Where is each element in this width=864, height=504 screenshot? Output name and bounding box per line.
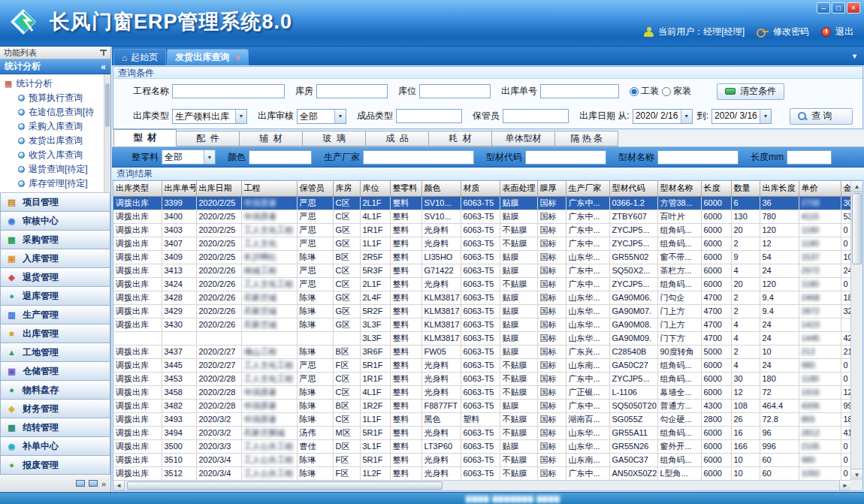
grid-cell[interactable]: 3L1F — [360, 439, 390, 453]
table-row[interactable]: 调拨出库34582020/2/28华润原著陈琳C区4L1F整料光身料6063-T… — [113, 385, 850, 399]
grid-cell[interactable]: 整料 — [390, 466, 421, 480]
grid-cell[interactable]: 整料 — [390, 439, 421, 453]
close-button[interactable]: × — [847, 2, 860, 14]
column-header[interactable]: 型材名称 — [657, 181, 701, 196]
column-header[interactable]: 保管员 — [297, 181, 333, 196]
grid-cell[interactable]: 组角码... — [657, 277, 701, 291]
grid-cell[interactable]: 123 — [841, 385, 850, 399]
grid-cell[interactable]: KLM3817 — [421, 318, 461, 331]
grid-cell[interactable]: 整料 — [390, 372, 421, 385]
out-type-select[interactable]: 生产领料出库 ▼ — [172, 109, 247, 124]
table-row[interactable]: 3L3F整料KLM38176063-T5贴膜国标山东华...GA90M09.门下… — [113, 331, 850, 345]
collapse-icon[interactable]: « — [101, 62, 106, 72]
grid-cell[interactable]: 6 — [731, 196, 760, 210]
project-name-input[interactable] — [172, 84, 285, 98]
grid-cell[interactable]: 6000 — [701, 426, 731, 439]
table-row[interactable]: 调拨出库33992020/2/25华润原著严思C区2L1F整料SV10...60… — [113, 196, 850, 210]
grid-cell[interactable]: 0 — [841, 439, 850, 453]
sidebar-item-5[interactable]: ●退库管理 — [0, 287, 110, 306]
grid-cell[interactable]: 241 — [841, 264, 850, 277]
grid-cell[interactable]: 2 — [731, 291, 760, 304]
grid-cell[interactable]: 2020/3/2 — [196, 412, 241, 426]
change-password-link[interactable]: 修改密码 — [773, 26, 809, 38]
order-no-input[interactable] — [540, 84, 619, 98]
grid-cell[interactable]: ZYCJP5... — [609, 237, 657, 250]
grid-cell[interactable]: GA90M09. — [609, 331, 657, 345]
grid-cell[interactable]: 工人文化工程 — [241, 358, 297, 372]
grid-cell[interactable]: 贴膜 — [500, 291, 537, 304]
whole-part-select[interactable]: 全部 ▼ — [162, 149, 216, 164]
grid-cell[interactable]: 4L1F — [360, 210, 390, 223]
grid-cell[interactable]: 3L3F — [360, 331, 390, 345]
grid-cell[interactable]: SQ50X2... — [609, 264, 657, 277]
grid-cell[interactable]: KLM3817 — [421, 291, 461, 304]
column-header[interactable]: 工程 — [241, 181, 297, 196]
material-tab-4[interactable]: 成 品 — [366, 131, 429, 146]
grid-cell[interactable]: 6063-T5 — [461, 277, 500, 291]
sidebar-item-11[interactable]: ◆财务管理 — [0, 400, 110, 418]
grid-cell[interactable]: 1L1F — [360, 412, 390, 426]
sidebar-item-2[interactable]: ▦采购管理 — [0, 231, 110, 249]
grid-cell[interactable]: 3407 — [162, 237, 196, 250]
grid-cell[interactable]: 12 — [731, 385, 760, 399]
grid-cell[interactable]: C区 — [333, 412, 360, 426]
grid-cell[interactable]: 30 — [731, 372, 760, 385]
grid-cell[interactable]: 36 — [760, 196, 799, 210]
grid-cell[interactable]: 3403 — [162, 223, 196, 237]
column-header[interactable]: 数量 — [731, 181, 760, 196]
pin-icon[interactable] — [100, 50, 107, 56]
table-row[interactable]: 调拨出库34032020/2/25工人文化工程严思G区1R1F整料光身料6063… — [113, 223, 850, 237]
grid-cell[interactable]: 6063-T5 — [461, 318, 500, 331]
grid-cell[interactable]: 2468 — [799, 291, 841, 304]
grid-cell[interactable]: 陈琳 — [297, 399, 333, 412]
grid-cell[interactable]: 3512 — [162, 466, 196, 480]
scroll-down-icon[interactable]: ▼ — [851, 469, 862, 480]
grid-cell[interactable]: 广东中... — [566, 277, 609, 291]
tree-root-item[interactable]: ▦统计分析 — [5, 77, 103, 91]
grid-cell[interactable]: 广东中... — [566, 399, 609, 412]
grid-cell[interactable]: 4115 — [799, 210, 841, 223]
grid-cell[interactable]: 6000 — [701, 237, 731, 250]
grid-cell[interactable]: 不贴膜 — [500, 412, 537, 426]
grid-cell[interactable]: 工人公共工程 — [241, 466, 297, 480]
grid-cell[interactable]: 整料 — [390, 277, 421, 291]
grid-cell[interactable] — [841, 318, 850, 331]
grid-cell[interactable]: 调拨出库 — [113, 196, 162, 210]
grid-cell[interactable]: GA90M06. — [609, 291, 657, 304]
grid-cell[interactable]: 6000 — [701, 223, 731, 237]
grid-cell[interactable]: 186 — [841, 291, 850, 304]
grid-cell[interactable]: 4L1F — [360, 385, 390, 399]
grid-cell[interactable]: 整料 — [390, 264, 421, 277]
grid-cell[interactable]: 国标 — [537, 453, 566, 466]
grid-cell[interactable]: 贴膜 — [500, 264, 537, 277]
grid-cell[interactable]: 5R1F — [360, 453, 390, 466]
grid-cell[interactable]: 6063-T5 — [461, 399, 500, 412]
table-row[interactable]: 调拨出库34002020/2/25华润原著严思C区4L1F整料SV10...60… — [113, 210, 850, 223]
grid-cell[interactable]: F区 — [333, 358, 360, 372]
grid-cell[interactable]: 整料 — [390, 453, 421, 466]
grid-cell[interactable]: 2020/2/28 — [196, 385, 241, 399]
grid-cell[interactable]: 0 — [841, 372, 850, 385]
grid-cell[interactable]: 黑色 — [421, 412, 461, 426]
grid-cell[interactable]: 茶栏方... — [657, 264, 701, 277]
grid-cell[interactable]: 国标 — [537, 358, 566, 372]
grid-cell[interactable]: 严思 — [297, 210, 333, 223]
grid-cell[interactable]: 严思 — [297, 237, 333, 250]
material-tab-6[interactable]: 单体型材 — [492, 131, 555, 146]
table-row[interactable]: 调拨出库34532020/2/28工人文化工程严思C区1R1F整料光身料6063… — [113, 372, 850, 385]
grid-cell[interactable]: GR55N26 — [609, 439, 657, 453]
table-row[interactable]: 调拨出库35102020/3/4工人公共工程陈琳F区5R1F整料光身料6063-… — [113, 453, 850, 466]
scroll-right-icon[interactable]: ► — [839, 481, 850, 490]
grid-cell[interactable]: 90度转角 — [657, 345, 701, 358]
grid-cell[interactable]: C区 — [333, 277, 360, 291]
grid-cell[interactable]: G区 — [333, 318, 360, 331]
grid-cell[interactable]: 4 — [731, 358, 760, 372]
grid-cell[interactable]: 广东中... — [566, 466, 609, 480]
column-header[interactable]: 出库单号 — [162, 181, 196, 196]
grid-cell[interactable]: 整料 — [390, 345, 421, 358]
grid-cell[interactable]: 国标 — [537, 210, 566, 223]
grid-cell[interactable]: 3400 — [162, 210, 196, 223]
grid-cell[interactable]: 6000 — [701, 250, 731, 264]
grid-cell[interactable]: 96 — [760, 426, 799, 439]
grid-cell[interactable]: 6063-T5 — [461, 453, 500, 466]
